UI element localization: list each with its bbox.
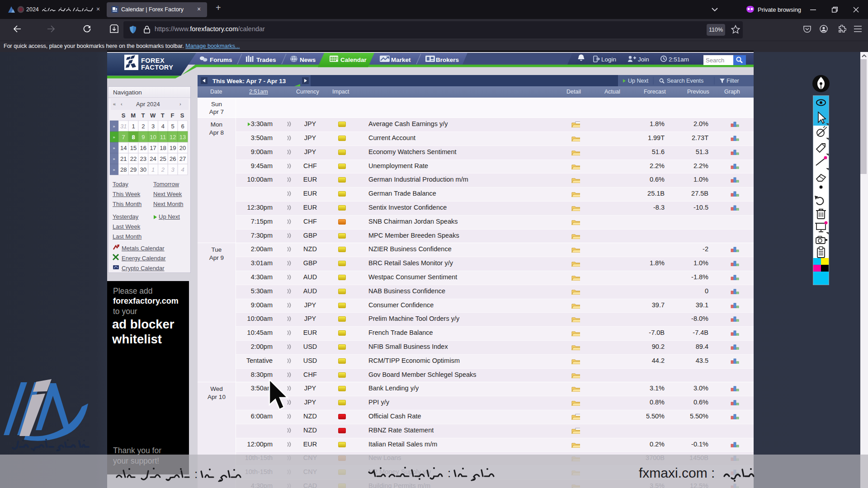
svg-text:Filter: Filter [726, 78, 739, 84]
svg-text:This Week: Apr 7 - Apr 13: This Week: Apr 7 - Apr 13 [212, 78, 286, 84]
svg-text:29: 29 [130, 166, 137, 173]
svg-text:23: 23 [140, 155, 146, 162]
svg-text:Forums: Forums [210, 56, 232, 63]
svg-text:4: 4 [161, 123, 165, 130]
svg-text:13: 13 [179, 134, 186, 141]
svg-text:News: News [300, 56, 316, 63]
svg-text:9: 9 [142, 134, 145, 141]
svg-text:4: 4 [181, 166, 184, 173]
svg-text:27: 27 [179, 155, 186, 162]
svg-text:2: 2 [161, 166, 165, 173]
svg-text:21: 21 [120, 155, 127, 162]
svg-text:3: 3 [151, 123, 155, 130]
svg-text:»: » [113, 157, 115, 161]
svg-text:10: 10 [150, 134, 156, 141]
svg-text:T: T [141, 112, 145, 119]
svg-text:1: 1 [151, 166, 155, 173]
svg-text:5: 5 [171, 123, 175, 130]
svg-text:3: 3 [171, 166, 175, 173]
svg-text:28: 28 [120, 166, 127, 173]
svg-text:Search: Search [706, 57, 724, 64]
svg-text:22: 22 [130, 155, 137, 162]
svg-text:14: 14 [120, 145, 127, 151]
svg-text:18: 18 [160, 145, 166, 151]
svg-text:Login: Login [601, 56, 616, 63]
svg-text:FOREX: FOREX [141, 57, 165, 64]
svg-text:»: » [113, 168, 115, 172]
svg-text:30: 30 [140, 166, 146, 173]
svg-text:1: 1 [132, 123, 135, 130]
svg-text:20: 20 [179, 145, 186, 151]
svg-text:6: 6 [181, 123, 184, 130]
svg-text:7: 7 [122, 134, 125, 141]
svg-text:Up Next: Up Next [628, 78, 649, 84]
svg-text:T: T [161, 112, 165, 119]
svg-text:16: 16 [140, 145, 146, 151]
svg-text:S: S [122, 112, 126, 119]
svg-text:2:51am: 2:51am [669, 56, 689, 63]
svg-text:Search Events: Search Events [667, 78, 703, 84]
svg-text:19: 19 [170, 145, 176, 151]
svg-text:FACTORY: FACTORY [141, 64, 173, 71]
svg-text:8: 8 [132, 134, 135, 141]
svg-text:26: 26 [170, 155, 176, 162]
svg-text:25: 25 [160, 155, 166, 162]
svg-text:Join: Join [638, 56, 649, 63]
svg-text:F: F [171, 112, 175, 119]
svg-text:12: 12 [170, 134, 176, 141]
svg-text:W: W [150, 112, 156, 119]
svg-text:Brokers: Brokers [436, 56, 459, 63]
svg-text:»: » [113, 146, 115, 150]
svg-text:M: M [131, 112, 136, 119]
svg-text::: : [194, 467, 198, 481]
svg-text:2: 2 [142, 123, 145, 130]
svg-text::: : [448, 466, 451, 480]
svg-text:31: 31 [120, 123, 127, 130]
svg-text:Trades: Trades [256, 56, 276, 63]
svg-text:17: 17 [150, 145, 156, 151]
svg-text:15: 15 [130, 145, 137, 151]
svg-text:11: 11 [160, 134, 166, 141]
svg-text:»: » [113, 135, 115, 140]
svg-text:24: 24 [150, 155, 156, 162]
svg-text:S: S [180, 112, 184, 119]
svg-text:»: » [113, 124, 115, 129]
svg-text:Calendar: Calendar [340, 56, 367, 63]
svg-text:Market: Market [391, 56, 411, 63]
